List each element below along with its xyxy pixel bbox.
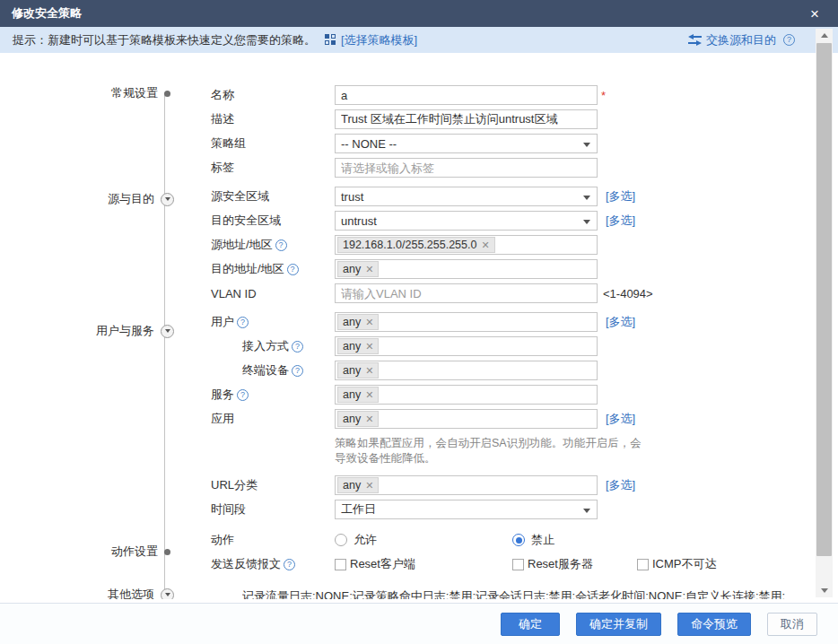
src-zone-value: trust <box>341 190 363 204</box>
section-dot-icon <box>164 549 170 555</box>
chip-remove-icon[interactable]: ✕ <box>365 413 373 425</box>
row-dst-addr: 目的地址/地区? any✕ <box>211 259 803 279</box>
user-multi-select-link[interactable]: [多选] <box>606 314 635 330</box>
help-icon[interactable]: ? <box>237 317 249 328</box>
scrollbar-thumb[interactable] <box>816 43 832 556</box>
user-label: 用户? <box>211 314 335 330</box>
collapse-icon[interactable] <box>161 325 174 338</box>
row-dst-zone: 目的安全区域 untrust [多选] <box>211 211 803 231</box>
access-mode-chip-input[interactable]: any✕ <box>335 336 598 356</box>
section-other-label: 其他选项 <box>108 587 154 599</box>
dst-addr-chip-text: any <box>343 263 361 275</box>
src-zone-multi-select-link[interactable]: [多选] <box>606 188 635 205</box>
vlan-input[interactable] <box>335 283 598 303</box>
swap-source-dest[interactable]: 交换源和目的 ? <box>688 32 795 48</box>
icmp-unreachable-checkbox[interactable] <box>637 559 649 570</box>
scroll-down-icon[interactable] <box>816 584 833 597</box>
chevron-down-icon <box>583 220 590 228</box>
time-range-select[interactable]: 工作日 <box>335 500 598 519</box>
url-category-chip-text: any <box>343 479 361 492</box>
dst-addr-chip-input[interactable]: any✕ <box>335 259 598 279</box>
src-addr-chip-text: 192.168.1.0/255.255.255.0 <box>343 239 476 251</box>
app-chip-input[interactable]: any✕ <box>335 409 598 429</box>
help-icon[interactable]: ? <box>284 559 295 570</box>
scroll-up-icon[interactable] <box>816 29 833 42</box>
policy-group-label: 策略组 <box>211 135 335 152</box>
help-icon[interactable]: ? <box>292 365 303 377</box>
row-src-zone: 源安全区域 trust [多选] <box>211 187 803 206</box>
reset-server-checkbox[interactable] <box>512 559 524 570</box>
terminal-label-text: 终端设备 <box>242 362 289 379</box>
help-icon[interactable]: ? <box>783 34 795 46</box>
tag-input[interactable] <box>335 158 598 178</box>
deny-radio-label[interactable]: 禁止 <box>531 532 554 548</box>
user-chip-input[interactable]: any✕ <box>335 312 598 332</box>
collapse-icon[interactable] <box>161 193 174 206</box>
chip-remove-icon[interactable]: ✕ <box>481 239 489 251</box>
dst-zone-label: 目的安全区域 <box>211 213 335 229</box>
reset-client-checkbox[interactable] <box>335 559 346 570</box>
row-action: 动作 允许 禁止 <box>211 530 803 550</box>
reset-client-label[interactable]: Reset客户端 <box>350 556 415 572</box>
chevron-down-icon <box>583 509 590 517</box>
cancel-button[interactable]: 取消 <box>767 613 817 636</box>
dst-zone-select[interactable]: untrust <box>335 211 598 231</box>
deny-radio[interactable] <box>512 534 525 546</box>
dst-zone-multi-select-link[interactable]: [多选] <box>606 213 635 229</box>
app-multi-select-link[interactable]: [多选] <box>606 411 635 427</box>
row-app: 应用 any✕ [多选] <box>211 409 803 429</box>
description-input[interactable] <box>335 109 598 129</box>
name-input[interactable] <box>335 85 598 105</box>
allow-radio-label[interactable]: 允许 <box>354 532 377 548</box>
help-icon[interactable]: ? <box>237 389 249 401</box>
chip-remove-icon[interactable]: ✕ <box>365 264 373 275</box>
dialog-body: 常规设置 源与目的 用户与服务 动作设置 其他选项 名称 * 描述 策略组 --… <box>0 53 838 599</box>
access-mode-chip-text: any <box>343 340 361 352</box>
description-label: 描述 <box>211 111 335 127</box>
src-zone-select[interactable]: trust <box>335 187 598 206</box>
help-icon[interactable]: ? <box>287 264 299 275</box>
section-action: 动作设置 <box>0 544 171 559</box>
row-time-range: 时间段 工作日 <box>211 500 803 519</box>
service-chip-input[interactable]: any✕ <box>335 385 598 405</box>
reset-server-label[interactable]: Reset服务器 <box>528 556 593 572</box>
close-icon[interactable]: × <box>810 6 826 22</box>
chip-remove-icon[interactable]: ✕ <box>365 341 373 352</box>
icmp-unreachable-label[interactable]: ICMP不可达 <box>652 556 717 572</box>
url-category-chip-input[interactable]: any✕ <box>335 475 598 495</box>
feedback-label-text: 发送反馈报文 <box>211 556 281 572</box>
section-action-label: 动作设置 <box>111 544 158 560</box>
dst-zone-value: untrust <box>341 214 377 228</box>
dst-addr-label-text: 目的地址/地区 <box>211 261 284 277</box>
section-source-dest-label: 源与目的 <box>108 191 154 207</box>
section-user-service: 用户与服务 <box>0 324 171 338</box>
chip-remove-icon[interactable]: ✕ <box>365 365 373 377</box>
src-addr-chip-input[interactable]: 192.168.1.0/255.255.255.0✕ <box>335 235 598 255</box>
ok-and-copy-button[interactable]: 确定并复制 <box>576 613 661 636</box>
help-icon[interactable]: ? <box>275 239 287 251</box>
terminal-chip-text: any <box>343 364 361 377</box>
tag-label: 标签 <box>211 160 335 176</box>
help-icon[interactable]: ? <box>292 341 303 352</box>
section-user-service-label: 用户与服务 <box>96 323 154 339</box>
policy-group-select[interactable]: -- NONE -- <box>335 134 598 153</box>
url-category-multi-select-link[interactable]: [多选] <box>606 477 635 493</box>
terminal-chip-input[interactable]: any✕ <box>335 361 598 380</box>
vertical-scrollbar[interactable] <box>816 29 833 597</box>
swap-label[interactable]: 交换源和目的 <box>706 32 776 48</box>
section-other: 其他选项 <box>0 587 171 599</box>
chevron-down-icon <box>583 143 590 151</box>
policy-group-value: -- NONE -- <box>341 137 397 151</box>
chip-remove-icon[interactable]: ✕ <box>365 389 373 401</box>
allow-radio[interactable] <box>335 534 347 546</box>
vlan-label: VLAN ID <box>211 287 335 300</box>
command-preview-button[interactable]: 命令预览 <box>677 613 751 636</box>
ok-button[interactable]: 确定 <box>501 613 560 636</box>
collapse-icon[interactable] <box>161 588 174 600</box>
row-policy-group: 策略组 -- NONE -- <box>211 134 803 153</box>
chip-remove-icon[interactable]: ✕ <box>365 480 373 492</box>
src-addr-chip: 192.168.1.0/255.255.255.0✕ <box>337 237 495 253</box>
select-template-link[interactable]: [选择策略模板] <box>341 32 417 48</box>
service-label: 服务? <box>211 387 335 403</box>
chip-remove-icon[interactable]: ✕ <box>365 317 373 328</box>
